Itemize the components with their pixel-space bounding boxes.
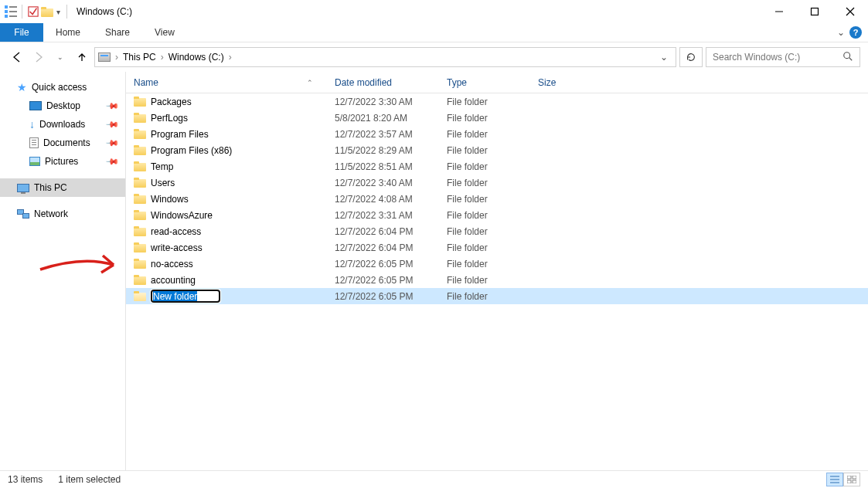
svg-rect-13	[853, 480, 856, 483]
file-row[interactable]: Users12/7/2022 3:40 AMFile folder	[126, 175, 868, 191]
file-type: File folder	[447, 275, 538, 286]
svg-rect-2	[812, 8, 819, 15]
folder-icon	[134, 145, 146, 155]
ribbon-expand-icon[interactable]: ⌄	[837, 27, 845, 38]
breadcrumb-drive[interactable]: Windows (C:)	[168, 52, 224, 63]
folder-icon	[134, 161, 146, 171]
chevron-right-icon[interactable]: ›	[161, 52, 164, 63]
file-name: PerfLogs	[151, 113, 188, 124]
forward-button[interactable]	[29, 48, 48, 66]
refresh-button[interactable]	[679, 47, 703, 67]
address-bar[interactable]: › This PC › Windows (C:) › ⌄	[94, 47, 676, 67]
file-list: Name ⌃ Date modified Type Size Packages1…	[126, 72, 868, 470]
file-row[interactable]: Packages12/7/2022 3:30 AMFile folder	[126, 93, 868, 110]
file-date: 12/7/2022 3:57 AM	[335, 129, 447, 140]
file-date: 11/5/2022 8:29 AM	[335, 145, 447, 156]
file-type: File folder	[447, 291, 538, 302]
file-row[interactable]: no-access12/7/2022 6:05 PMFile folder	[126, 256, 868, 272]
nav-quick-access[interactable]: ★ Quick access	[0, 78, 125, 97]
file-name: Temp	[151, 161, 173, 172]
column-date[interactable]: Date modified	[335, 77, 447, 88]
file-row[interactable]: Windows12/7/2022 4:08 AMFile folder	[126, 191, 868, 207]
minimize-button[interactable]	[761, 0, 797, 23]
search-icon	[842, 51, 853, 64]
quick-access-toolbar: ▾	[5, 5, 70, 19]
file-row[interactable]: PerfLogs5/8/2021 8:20 AMFile folder	[126, 110, 868, 126]
body: ★ Quick access Desktop 📌 ↓ Downloads 📌 D…	[0, 72, 868, 470]
back-button[interactable]	[8, 48, 26, 66]
breadcrumb-this-pc[interactable]: This PC	[123, 52, 156, 63]
file-name: read-access	[151, 226, 201, 237]
properties-icon[interactable]	[5, 5, 17, 18]
nav-this-pc[interactable]: This PC	[0, 178, 125, 197]
file-name: no-access	[151, 259, 193, 269]
file-type: File folder	[447, 161, 538, 172]
help-icon[interactable]: ?	[849, 26, 862, 39]
close-button[interactable]	[832, 0, 868, 23]
address-dropdown-icon[interactable]: ⌄	[655, 52, 672, 63]
status-bar: 13 items 1 item selected	[0, 470, 868, 488]
svg-point-5	[844, 52, 850, 58]
folder-icon	[134, 259, 146, 269]
file-row[interactable]: accounting12/7/2022 6:05 PMFile folder	[126, 272, 868, 288]
network-icon	[17, 209, 29, 219]
file-row[interactable]: write-access12/7/2022 6:04 PMFile folder	[126, 239, 868, 256]
file-date: 12/7/2022 3:31 AM	[335, 210, 447, 221]
file-date: 12/7/2022 6:05 PM	[335, 259, 447, 269]
file-tab[interactable]: File	[0, 23, 43, 42]
chevron-right-icon[interactable]: ›	[115, 52, 118, 63]
file-type: File folder	[447, 242, 538, 253]
folder-qat-icon[interactable]	[41, 7, 53, 17]
status-item-count: 13 items	[8, 474, 43, 485]
nav-label: Downloads	[39, 119, 85, 130]
recent-locations-icon[interactable]: ⌄	[51, 48, 70, 66]
pin-icon: 📌	[104, 135, 119, 150]
checkbox-qat-icon[interactable]	[27, 5, 39, 18]
file-row[interactable]: WindowsAzure12/7/2022 3:31 AMFile folder	[126, 207, 868, 223]
search-input[interactable]: Search Windows (C:)	[706, 47, 860, 67]
svg-rect-12	[847, 480, 851, 483]
file-type: File folder	[447, 178, 538, 188]
rename-input[interactable]	[151, 290, 220, 303]
nav-downloads[interactable]: ↓ Downloads 📌	[0, 115, 125, 134]
up-button[interactable]	[73, 48, 91, 66]
nav-label: Pictures	[45, 156, 78, 167]
file-row[interactable]: read-access12/7/2022 6:04 PMFile folder	[126, 223, 868, 239]
file-row[interactable]: Program Files (x86)11/5/2022 8:29 AMFile…	[126, 142, 868, 158]
file-type: File folder	[447, 194, 538, 205]
nav-documents[interactable]: Documents 📌	[0, 134, 125, 152]
column-name[interactable]: Name ⌃	[134, 77, 335, 88]
pin-icon: 📌	[104, 154, 119, 168]
folder-icon	[134, 178, 146, 188]
drive-icon	[98, 53, 111, 62]
nav-pictures[interactable]: Pictures 📌	[0, 152, 125, 171]
qat-dropdown-icon[interactable]: ▾	[55, 8, 62, 16]
nav-desktop[interactable]: Desktop 📌	[0, 97, 125, 115]
maximize-button[interactable]	[797, 0, 832, 23]
tab-home[interactable]: Home	[43, 23, 93, 42]
window-title: Windows (C:)	[77, 6, 132, 17]
folder-icon	[134, 226, 146, 236]
file-row[interactable]: Temp11/5/2022 8:51 AMFile folder	[126, 158, 868, 175]
folder-icon	[134, 291, 146, 301]
column-type[interactable]: Type	[447, 77, 538, 88]
chevron-right-icon[interactable]: ›	[229, 52, 232, 63]
svg-rect-10	[847, 476, 851, 479]
nav-label: This PC	[34, 182, 67, 193]
file-row[interactable]: 12/7/2022 6:05 PMFile folder	[126, 288, 868, 304]
view-details-button[interactable]	[826, 473, 843, 486]
column-size[interactable]: Size	[538, 77, 600, 88]
view-thumbnails-button[interactable]	[843, 473, 860, 486]
column-headers: Name ⌃ Date modified Type Size	[126, 72, 868, 93]
file-row[interactable]: Program Files12/7/2022 3:57 AMFile folde…	[126, 126, 868, 142]
tab-share[interactable]: Share	[93, 23, 142, 42]
file-type: File folder	[447, 259, 538, 269]
tab-view[interactable]: View	[142, 23, 187, 42]
nav-label: Network	[34, 208, 68, 219]
file-date: 12/7/2022 6:04 PM	[335, 242, 447, 253]
navigation-pane: ★ Quick access Desktop 📌 ↓ Downloads 📌 D…	[0, 72, 126, 470]
file-date: 12/7/2022 6:05 PM	[335, 275, 447, 286]
desktop-icon	[29, 101, 42, 110]
file-name: Users	[151, 178, 175, 188]
nav-network[interactable]: Network	[0, 205, 125, 223]
